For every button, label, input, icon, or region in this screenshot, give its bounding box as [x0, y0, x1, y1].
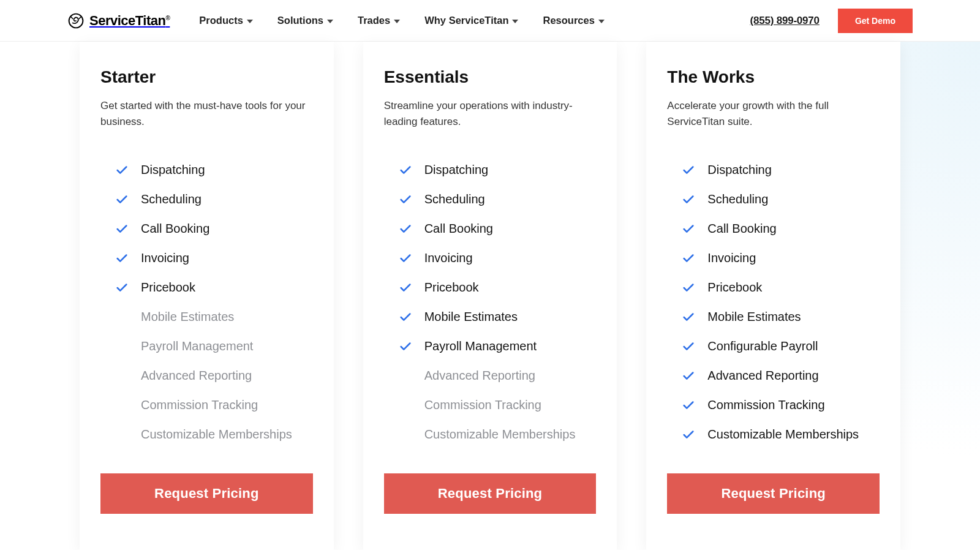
feature-label: Invoicing: [424, 250, 473, 266]
plan-title: The Works: [667, 67, 880, 87]
check-icon: [399, 252, 411, 264]
nav-products-label: Products: [199, 15, 243, 26]
brand-mark-icon: [67, 12, 85, 29]
feature-item: Customizable Memberships: [384, 419, 597, 449]
check-icon: [115, 281, 127, 293]
get-demo-button[interactable]: Get Demo: [838, 9, 913, 33]
nav-why-label: Why ServiceTitan: [424, 15, 508, 26]
header-right: (855) 899-0970 Get Demo: [750, 9, 913, 33]
check-icon: [682, 399, 694, 411]
check-icon: [682, 369, 694, 382]
nav-products[interactable]: Products: [199, 15, 253, 26]
feature-item: Scheduling: [384, 184, 597, 214]
feature-item: Advanced Reporting: [100, 361, 313, 390]
check-icon: [682, 428, 694, 440]
nav-why[interactable]: Why ServiceTitan: [424, 15, 518, 26]
request-pricing-button[interactable]: Request Pricing: [384, 473, 597, 514]
plan-description: Streamline your operations with industry…: [384, 98, 597, 130]
check-icon: [399, 340, 411, 352]
nav-solutions[interactable]: Solutions: [277, 15, 333, 26]
feature-label: Dispatching: [141, 162, 205, 178]
feature-item: Commission Tracking: [667, 390, 880, 419]
check-icon: [682, 222, 694, 235]
feature-label: Customizable Memberships: [424, 426, 576, 442]
feature-item: Scheduling: [667, 184, 880, 214]
chevron-down-icon: [394, 20, 400, 23]
feature-item: Configurable Payroll: [667, 331, 880, 361]
check-icon: [115, 193, 127, 205]
feature-item: Advanced Reporting: [667, 361, 880, 390]
feature-item: Pricebook: [667, 273, 880, 302]
brand-name: ServiceTitan®: [89, 13, 170, 29]
feature-item: Dispatching: [384, 155, 597, 184]
phone-number[interactable]: (855) 899-0970: [750, 15, 819, 27]
feature-label: Customizable Memberships: [707, 426, 859, 442]
feature-label: Scheduling: [424, 191, 485, 207]
check-icon: [682, 340, 694, 352]
feature-item: Mobile Estimates: [667, 302, 880, 331]
site-header: ServiceTitan® Products Solutions Trades …: [0, 0, 980, 42]
plan-title: Starter: [100, 67, 313, 87]
check-icon: [682, 310, 694, 323]
request-pricing-button[interactable]: Request Pricing: [667, 473, 880, 514]
feature-item: Customizable Memberships: [100, 419, 313, 449]
header-left: ServiceTitan® Products Solutions Trades …: [67, 12, 605, 29]
feature-label: Dispatching: [424, 162, 489, 178]
feature-list: DispatchingSchedulingCall BookingInvoici…: [384, 155, 597, 449]
check-icon: [682, 193, 694, 205]
feature-item: Commission Tracking: [100, 390, 313, 419]
feature-label: Pricebook: [707, 279, 762, 295]
check-icon: [399, 281, 411, 293]
feature-label: Scheduling: [141, 191, 202, 207]
pricing-card-essentials: EssentialsStreamline your operations wit…: [363, 42, 617, 550]
feature-label: Mobile Estimates: [707, 309, 801, 325]
feature-label: Pricebook: [424, 279, 479, 295]
feature-item: Mobile Estimates: [100, 302, 313, 331]
feature-label: Mobile Estimates: [424, 309, 518, 325]
chevron-down-icon: [598, 20, 605, 23]
feature-label: Dispatching: [707, 162, 772, 178]
feature-label: Pricebook: [141, 279, 195, 295]
nav-resources[interactable]: Resources: [543, 15, 604, 26]
feature-label: Commission Tracking: [707, 397, 824, 413]
feature-item: Call Booking: [667, 214, 880, 243]
plan-title: Essentials: [384, 67, 597, 87]
feature-item: Scheduling: [100, 184, 313, 214]
feature-item: Dispatching: [100, 155, 313, 184]
check-icon: [115, 252, 127, 264]
check-icon: [682, 164, 694, 176]
request-pricing-button[interactable]: Request Pricing: [100, 473, 313, 514]
check-icon: [399, 164, 411, 176]
check-icon: [682, 252, 694, 264]
feature-item: Invoicing: [667, 243, 880, 273]
brand-logo[interactable]: ServiceTitan®: [67, 12, 170, 29]
feature-item: Call Booking: [384, 214, 597, 243]
feature-label: Invoicing: [141, 250, 189, 266]
feature-label: Commission Tracking: [424, 397, 541, 413]
pricing-card-starter: StarterGet started with the must-have to…: [80, 42, 334, 550]
feature-label: Call Booking: [424, 220, 493, 236]
chevron-down-icon: [247, 20, 253, 23]
nav-trades[interactable]: Trades: [358, 15, 400, 26]
feature-label: Scheduling: [707, 191, 768, 207]
pricing-cards: StarterGet started with the must-have to…: [0, 42, 980, 550]
feature-list: DispatchingSchedulingCall BookingInvoici…: [667, 155, 880, 449]
feature-label: Advanced Reporting: [424, 367, 535, 383]
nav-solutions-label: Solutions: [277, 15, 323, 26]
plan-description: Get started with the must-have tools for…: [100, 98, 313, 130]
feature-label: Call Booking: [707, 220, 776, 236]
feature-item: Payroll Management: [100, 331, 313, 361]
check-icon: [682, 281, 694, 293]
feature-item: Customizable Memberships: [667, 419, 880, 449]
primary-nav: Products Solutions Trades Why ServiceTit…: [199, 15, 605, 26]
feature-item: Advanced Reporting: [384, 361, 597, 390]
feature-item: Pricebook: [384, 273, 597, 302]
pricing-card-the-works: The WorksAccelerate your growth with the…: [646, 42, 900, 550]
feature-label: Invoicing: [707, 250, 756, 266]
feature-item: Pricebook: [100, 273, 313, 302]
feature-item: Invoicing: [100, 243, 313, 273]
feature-item: Payroll Management: [384, 331, 597, 361]
nav-trades-label: Trades: [358, 15, 390, 26]
chevron-down-icon: [512, 20, 518, 23]
feature-item: Commission Tracking: [384, 390, 597, 419]
